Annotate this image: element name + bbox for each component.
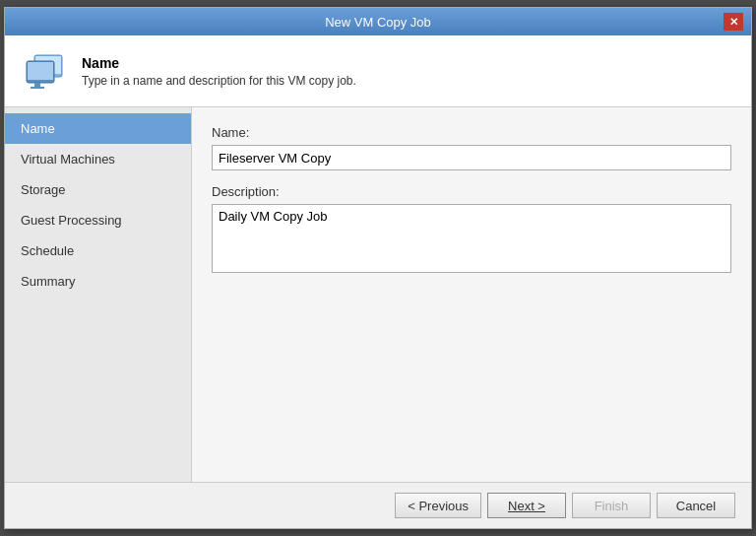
previous-button[interactable]: < Previous <box>395 493 481 518</box>
description-textarea[interactable] <box>212 204 731 273</box>
name-label: Name: <box>212 125 731 140</box>
vm-copy-icon <box>21 47 68 95</box>
next-button[interactable]: Next > <box>487 493 566 518</box>
svg-rect-5 <box>28 62 53 80</box>
title-bar: New VM Copy Job ✕ <box>5 8 751 35</box>
header-description: Type in a name and description for this … <box>82 74 356 88</box>
sidebar-item-guest-processing[interactable]: Guest Processing <box>5 205 191 235</box>
sidebar-item-storage[interactable]: Storage <box>5 174 191 205</box>
window-title: New VM Copy Job <box>32 15 724 30</box>
sidebar: Name Virtual Machines Storage Guest Proc… <box>5 107 192 482</box>
close-button[interactable]: ✕ <box>724 13 743 31</box>
content-area: Name Virtual Machines Storage Guest Proc… <box>5 107 751 482</box>
sidebar-item-schedule[interactable]: Schedule <box>5 235 191 266</box>
sidebar-item-name[interactable]: Name <box>5 113 191 144</box>
sidebar-item-virtual-machines[interactable]: Virtual Machines <box>5 144 191 174</box>
sidebar-item-summary[interactable]: Summary <box>5 266 191 297</box>
svg-rect-6 <box>34 83 40 87</box>
cancel-button[interactable]: Cancel <box>657 493 735 518</box>
header-text: Name Type in a name and description for … <box>82 55 356 88</box>
main-content: Name: Description: <box>192 107 751 482</box>
description-field-group: Description: <box>212 184 731 276</box>
main-window: New VM Copy Job ✕ Name Type in a name an… <box>4 7 752 529</box>
finish-button[interactable]: Finish <box>572 493 651 518</box>
name-input[interactable] <box>212 145 731 170</box>
svg-rect-7 <box>31 87 44 89</box>
header-title: Name <box>82 55 356 71</box>
description-label: Description: <box>212 184 731 199</box>
footer: < Previous Next > Finish Cancel <box>5 482 751 528</box>
name-field-group: Name: <box>212 125 731 170</box>
header-section: Name Type in a name and description for … <box>5 35 751 107</box>
